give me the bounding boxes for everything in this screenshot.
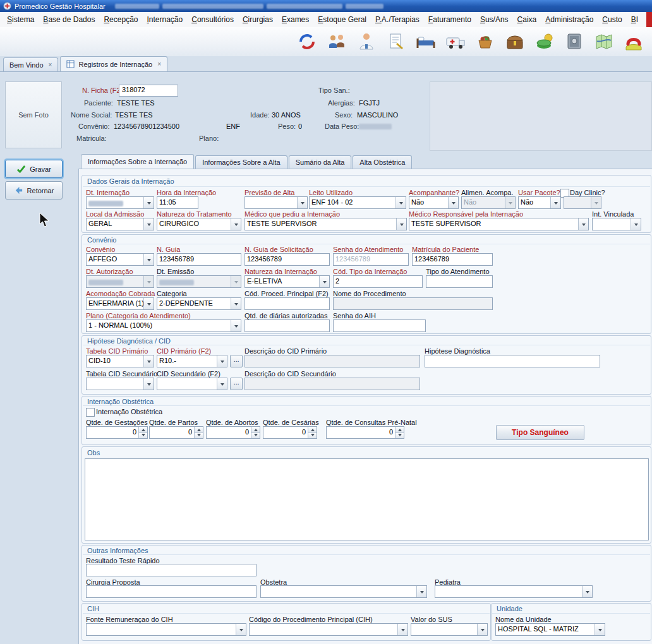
close-icon[interactable]: × <box>49 61 52 68</box>
hora-input[interactable]: 11:05 <box>157 196 198 209</box>
cid-secundario-lookup-button[interactable]: ... <box>230 378 243 390</box>
menu-estoque-geral[interactable]: Estoque Geral <box>313 13 371 27</box>
cid-primario-select[interactable]: R10.- <box>157 355 227 367</box>
group-unidade: Unidade Nome da Unidade HOSPITAL SQL - M… <box>491 603 651 641</box>
fonte-cih-select[interactable] <box>86 623 246 636</box>
prescription-icon[interactable] <box>385 31 407 52</box>
menu-custo[interactable]: Custo <box>598 13 626 27</box>
menu-faturamento[interactable]: Faturamento <box>424 13 476 27</box>
resultado-teste-input[interactable] <box>86 564 257 576</box>
tabela-cid-secundario-select[interactable] <box>86 378 154 390</box>
money-icon[interactable] <box>534 31 555 52</box>
cod-proced-principal-input[interactable] <box>244 297 330 310</box>
qtd-diarias-input[interactable] <box>244 319 330 332</box>
stepper-arrows[interactable] <box>138 427 147 438</box>
pediatra-select[interactable] <box>435 585 593 598</box>
obs-textarea[interactable] <box>85 458 649 540</box>
n-guia-input[interactable]: 123456789 <box>157 253 241 266</box>
ficha-input[interactable]: 318072 <box>119 85 178 97</box>
partos-stepper[interactable]: 0 <box>149 426 203 439</box>
leito-select[interactable]: ENF 104 - 02 <box>309 196 406 209</box>
menu-internacao[interactable]: Internação <box>142 13 187 27</box>
cesarias-stepper[interactable]: 0 <box>263 426 317 439</box>
tab-alta-obstetrica[interactable]: Alta Obstétrica <box>353 155 412 169</box>
n-guia-solicitacao-input[interactable]: 123456789 <box>244 253 330 266</box>
obstetra-select[interactable] <box>260 585 427 598</box>
dt-emissao-select[interactable] <box>157 275 241 288</box>
menu-consultorios[interactable]: Consultórios <box>187 13 238 27</box>
day-clinic-select[interactable] <box>564 196 601 209</box>
stepper-arrows[interactable] <box>395 427 404 438</box>
natureza-tratamento-select[interactable]: CIRURGICO <box>157 218 241 230</box>
tab-registros-internacao[interactable]: Registros de Internação × <box>60 56 167 71</box>
acomodacao-cobrada-select[interactable]: ENFERMARIA (1) <box>86 297 154 310</box>
ambulance-icon[interactable] <box>445 31 466 52</box>
menu-pa-terapias[interactable]: P.A./Terapias <box>371 13 424 27</box>
senha-aih-input[interactable] <box>333 319 426 332</box>
supplies-basket-icon[interactable] <box>474 31 496 52</box>
refresh-patient-icon[interactable] <box>296 31 318 52</box>
previsao-alta-select[interactable] <box>244 196 308 209</box>
menu-bi[interactable]: BI <box>627 13 643 27</box>
tipo-sanguineo-button[interactable]: Tipo Sanguíneo <box>496 425 584 440</box>
categoria-select[interactable]: 2-DEPENDENTE <box>157 297 241 310</box>
tab-informacoes-internacao[interactable]: Informações Sobre a Internação <box>81 154 194 169</box>
menu-exames[interactable]: Exames <box>277 13 313 27</box>
desc-cid-secundario-input[interactable] <box>244 378 420 390</box>
alimen-acompa-select[interactable]: Não <box>461 196 516 209</box>
abortos-stepper[interactable]: 0 <box>206 426 260 439</box>
nome-unidade-select[interactable]: HOSPITAL SQL - MATRIZ <box>495 623 605 636</box>
save-button[interactable]: Gravar <box>5 160 63 178</box>
menu-sus-ans[interactable]: Sus/Ans <box>476 13 513 27</box>
menu-sistema[interactable]: Sistema <box>3 13 39 27</box>
gestacoes-stepper[interactable]: 0 <box>86 426 148 439</box>
natureza-tratamento-label: Natureza do Tratamento <box>157 210 232 218</box>
local-admissao-select[interactable]: GERAL <box>86 218 154 230</box>
tab-informacoes-alta[interactable]: Informações Sobre a Alta <box>195 155 287 169</box>
consultas-prenatal-stepper[interactable]: 0 <box>326 426 404 439</box>
tab-bem-vindo[interactable]: Bem Vindo × <box>3 57 58 71</box>
medico-pediu-select[interactable]: TESTE SUPERVISOR <box>244 218 407 230</box>
dt-internacao-select[interactable] <box>86 196 154 209</box>
patients-group-icon[interactable] <box>326 31 347 52</box>
usar-pacote-select[interactable]: Não <box>518 196 561 209</box>
tipo-atendimento-input[interactable] <box>426 275 493 288</box>
natureza-internacao-select[interactable]: E-ELETIVA <box>244 275 330 288</box>
back-button[interactable]: Retornar <box>5 181 63 200</box>
medico-responsavel-select[interactable]: TESTE SUPERVISOR <box>409 218 589 230</box>
desc-cid-primario-input[interactable] <box>244 355 420 367</box>
hospital-bed-icon[interactable] <box>415 31 437 52</box>
tabela-cid-primario-select[interactable]: CID-10 <box>86 355 154 367</box>
menu-recepcao[interactable]: Recepção <box>99 13 142 27</box>
acompanhante-select[interactable]: Não <box>409 196 459 209</box>
menu-cirurgias[interactable]: Cirurgias <box>238 13 277 27</box>
convenio-select[interactable]: AFFEGO <box>86 253 154 266</box>
tab-sumario-alta[interactable]: Sumário da Alta <box>289 155 352 169</box>
plano-categoria-select[interactable]: 1 - NORMAL (100%) <box>86 319 241 332</box>
stepper-arrows[interactable] <box>308 427 317 438</box>
matricula-paciente-input[interactable]: 123456789 <box>412 253 493 266</box>
doctor-icon[interactable] <box>356 31 377 52</box>
phone-icon[interactable] <box>623 31 644 52</box>
internacao-obstetrica-checkbox[interactable] <box>86 408 95 417</box>
menu-administracao[interactable]: Administração <box>541 13 598 27</box>
cid-primario-lookup-button[interactable]: ... <box>230 355 243 367</box>
menu-base-de-dados[interactable]: Base de Dados <box>39 13 99 27</box>
map-icon[interactable] <box>593 31 615 52</box>
cod-tipo-internacao-input[interactable]: 2 <box>333 275 423 288</box>
menu-caixa[interactable]: Caixa <box>513 13 541 27</box>
cid-secundario-select[interactable] <box>157 378 227 390</box>
stepper-arrows[interactable] <box>194 427 203 438</box>
treasure-chest-icon[interactable] <box>504 31 526 52</box>
dt-autorizacao-select[interactable] <box>86 275 154 288</box>
safe-icon[interactable] <box>564 31 585 52</box>
int-vinculada-select[interactable] <box>592 218 641 230</box>
close-icon[interactable]: × <box>157 61 161 68</box>
cirurgia-proposta-input[interactable] <box>86 585 257 598</box>
senha-atendimento-input[interactable]: 123456789 <box>333 253 409 266</box>
valor-sus-select[interactable] <box>411 623 488 636</box>
stepper-arrows[interactable] <box>251 427 260 438</box>
hipotese-diagnostica-input[interactable] <box>425 355 600 367</box>
codigo-cih-select[interactable] <box>249 623 408 636</box>
nome-procedimento-input[interactable] <box>333 297 493 310</box>
